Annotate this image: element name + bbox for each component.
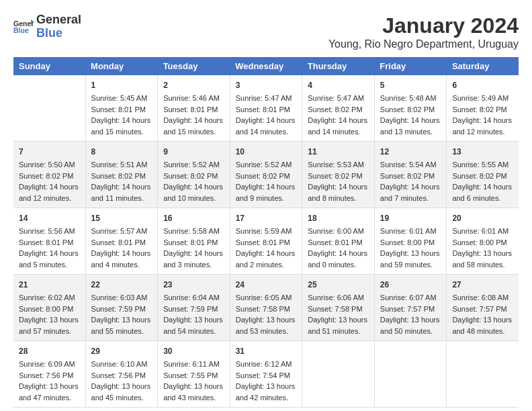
day-info: Daylight: 13 hours	[380, 248, 441, 259]
week-row-3: 14Sunrise: 5:56 AMSunset: 8:01 PMDayligh…	[13, 208, 519, 275]
calendar-cell: 19Sunrise: 6:01 AMSunset: 8:00 PMDayligh…	[374, 208, 447, 275]
day-info: Sunrise: 5:48 AM	[380, 93, 441, 104]
day-number: 18	[308, 212, 369, 224]
day-info: Sunrise: 5:46 AM	[163, 93, 224, 104]
day-info: Sunset: 7:57 PM	[452, 304, 513, 315]
day-info: Sunset: 8:01 PM	[91, 237, 152, 248]
calendar-cell: 2Sunrise: 5:46 AMSunset: 8:01 PMDaylight…	[158, 75, 230, 142]
day-info: Sunrise: 6:08 AM	[452, 292, 513, 304]
day-info: Daylight: 14 hours	[236, 181, 297, 193]
day-info: Sunrise: 6:03 AM	[91, 292, 152, 304]
day-number: 31	[236, 345, 297, 357]
day-info: Sunrise: 6:12 AM	[236, 359, 297, 370]
calendar-cell	[374, 341, 447, 408]
day-info: Sunrise: 5:47 AM	[236, 93, 297, 104]
day-info: Sunrise: 5:50 AM	[19, 159, 80, 171]
day-info: Daylight: 13 hours	[91, 314, 152, 326]
logo-text: General Blue	[36, 13, 81, 40]
day-info: and 57 minutes.	[19, 326, 80, 337]
day-info: Daylight: 14 hours	[91, 115, 152, 126]
day-info: Sunrise: 5:52 AM	[236, 159, 297, 171]
day-info: and 14 minutes.	[308, 126, 369, 138]
calendar-cell: 17Sunrise: 5:59 AMSunset: 8:01 PMDayligh…	[230, 208, 302, 275]
calendar-cell	[13, 75, 85, 142]
day-info: Sunset: 8:01 PM	[163, 104, 224, 116]
day-info: Sunrise: 5:49 AM	[452, 93, 513, 104]
week-row-1: 1Sunrise: 5:45 AMSunset: 8:01 PMDaylight…	[13, 75, 519, 142]
day-info: Daylight: 14 hours	[452, 115, 513, 126]
day-number: 13	[452, 146, 513, 158]
logo-line2: Blue	[36, 27, 81, 40]
day-number: 30	[163, 345, 224, 357]
day-number: 15	[91, 212, 152, 224]
day-info: Daylight: 14 hours	[380, 181, 441, 193]
day-info: Daylight: 14 hours	[308, 115, 369, 126]
day-info: and 9 minutes.	[236, 193, 297, 204]
day-number: 14	[19, 212, 80, 224]
logo-line1: General	[36, 13, 81, 27]
page-header: General Blue General Blue January 2024 Y…	[13, 13, 519, 50]
day-info: Sunset: 8:02 PM	[380, 171, 441, 182]
day-info: Sunrise: 5:59 AM	[236, 226, 297, 237]
calendar-cell: 16Sunrise: 5:58 AMSunset: 8:01 PMDayligh…	[158, 208, 230, 275]
calendar-header-row: SundayMondayTuesdayWednesdayThursdayFrid…	[13, 57, 519, 75]
day-info: and 58 minutes.	[452, 259, 513, 271]
day-info: Sunrise: 6:11 AM	[163, 359, 224, 370]
day-info: Daylight: 13 hours	[19, 314, 80, 326]
day-info: Sunset: 7:54 PM	[236, 370, 297, 381]
logo: General Blue General Blue	[13, 13, 81, 40]
day-info: and 42 minutes.	[236, 392, 297, 404]
day-info: and 47 minutes.	[19, 392, 80, 404]
calendar-cell: 7Sunrise: 5:50 AMSunset: 8:02 PMDaylight…	[13, 142, 85, 208]
day-info: Sunset: 7:59 PM	[163, 304, 224, 315]
day-number: 17	[236, 212, 297, 224]
header-thursday: Thursday	[302, 57, 375, 75]
day-info: Sunset: 8:02 PM	[19, 171, 80, 182]
day-info: Sunset: 8:02 PM	[380, 104, 441, 116]
day-info: and 4 minutes.	[91, 259, 152, 271]
page-subtitle: Young, Rio Negro Department, Uruguay	[328, 38, 519, 50]
day-info: Sunset: 8:02 PM	[452, 171, 513, 182]
day-info: and 12 minutes.	[19, 193, 80, 204]
day-info: Daylight: 13 hours	[19, 381, 80, 392]
day-number: 16	[163, 212, 224, 224]
header-friday: Friday	[374, 57, 447, 75]
header-wednesday: Wednesday	[230, 57, 302, 75]
day-info: Daylight: 14 hours	[236, 248, 297, 259]
day-number: 27	[452, 279, 513, 291]
day-info: and 55 minutes.	[91, 326, 152, 337]
calendar-cell: 23Sunrise: 6:04 AMSunset: 7:59 PMDayligh…	[158, 275, 230, 341]
day-info: Daylight: 14 hours	[19, 181, 80, 193]
day-info: Daylight: 14 hours	[236, 115, 297, 126]
day-info: Sunset: 8:01 PM	[236, 237, 297, 248]
day-info: Sunset: 7:58 PM	[236, 304, 297, 315]
day-number: 26	[380, 279, 441, 291]
header-tuesday: Tuesday	[158, 57, 230, 75]
calendar-cell: 27Sunrise: 6:08 AMSunset: 7:57 PMDayligh…	[447, 275, 519, 341]
day-info: Daylight: 14 hours	[380, 115, 441, 126]
calendar-cell: 24Sunrise: 6:05 AMSunset: 7:58 PMDayligh…	[230, 275, 302, 341]
day-info: Sunset: 8:01 PM	[91, 104, 152, 116]
day-info: Daylight: 14 hours	[163, 181, 224, 193]
day-info: Sunset: 8:00 PM	[380, 237, 441, 248]
day-number: 21	[19, 279, 80, 291]
day-info: Sunrise: 6:09 AM	[19, 359, 80, 370]
day-info: Daylight: 13 hours	[452, 314, 513, 326]
day-info: and 14 minutes.	[236, 126, 297, 138]
day-number: 5	[380, 79, 441, 91]
calendar-cell: 15Sunrise: 5:57 AMSunset: 8:01 PMDayligh…	[85, 208, 158, 275]
day-number: 12	[380, 146, 441, 158]
day-info: and 11 minutes.	[91, 193, 152, 204]
calendar-cell: 18Sunrise: 6:00 AMSunset: 8:01 PMDayligh…	[302, 208, 375, 275]
page-title: January 2024	[328, 13, 519, 38]
day-info: Sunset: 8:01 PM	[236, 104, 297, 116]
day-info: Sunset: 8:02 PM	[163, 171, 224, 182]
day-info: and 59 minutes.	[380, 259, 441, 271]
day-number: 6	[452, 79, 513, 91]
day-info: Sunset: 7:55 PM	[163, 370, 224, 381]
day-info: Sunrise: 6:01 AM	[380, 226, 441, 237]
day-info: Daylight: 13 hours	[308, 314, 369, 326]
calendar-cell	[447, 341, 519, 408]
day-number: 10	[236, 146, 297, 158]
day-info: Sunrise: 6:10 AM	[91, 359, 152, 370]
